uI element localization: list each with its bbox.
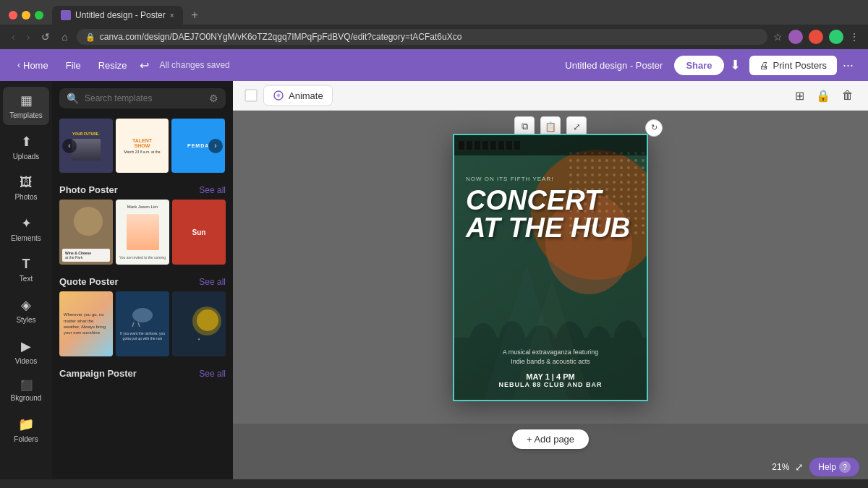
delete-button[interactable]: 🗑	[839, 86, 856, 105]
carousel-item-2[interactable]: TALENT SHOW March 23 8 a.m. at the	[116, 119, 169, 173]
templates-panel: 🔍 ⚙ YOUR FUTURE. TALENT	[52, 81, 233, 479]
sidebar-label-photos: Photos	[14, 193, 37, 201]
photos-icon: 🖼	[20, 175, 33, 190]
print-label: Print Posters	[773, 60, 827, 71]
filter-icon[interactable]: ⚙	[209, 93, 218, 104]
active-tab[interactable]: Untitled design - Poster ×	[52, 6, 183, 25]
sidebar-label-styles: Styles	[16, 316, 35, 324]
add-page-button[interactable]: + Add page	[512, 429, 589, 449]
animate-label: Animate	[289, 90, 323, 101]
sidebar-label-text: Text	[20, 275, 33, 283]
sidebar-label-templates: Templates	[9, 111, 43, 119]
videos-icon: ▶	[21, 338, 31, 354]
profile-avatar-3[interactable]	[829, 30, 843, 44]
share-button[interactable]: Share	[674, 56, 723, 75]
help-icon: ?	[839, 461, 851, 473]
browser-more-icon[interactable]: ⋮	[849, 31, 859, 43]
svg-line-2	[138, 322, 140, 327]
undo-button[interactable]: ↩	[135, 54, 153, 77]
app-container: ‹ Home File Resize ↩ All changes saved U…	[0, 49, 868, 479]
sidebar-label-videos: Videos	[15, 357, 37, 365]
animate-icon	[273, 90, 284, 101]
document-title: Untitled design - Poster	[565, 60, 663, 71]
home-button[interactable]: ‹ Home	[9, 56, 57, 75]
campaign-poster-section-header: Campaign Poster See all	[52, 362, 233, 383]
carousel-next-button[interactable]: ›	[208, 139, 223, 153]
lock-icon: 🔒	[85, 33, 95, 42]
bookmark-icon[interactable]: ☆	[773, 31, 783, 43]
tab-favicon	[61, 10, 71, 20]
profile-avatar-2[interactable]	[809, 30, 823, 44]
campaign-poster-title: Campaign Poster	[59, 368, 137, 379]
refresh-button[interactable]: ↺	[38, 30, 53, 44]
browser-chrome: Untitled design - Poster × + ‹ › ↺ ⌂ 🔒 c…	[0, 0, 868, 49]
panel-collapse-handle[interactable]: ‹	[231, 266, 233, 295]
help-label: Help	[818, 462, 836, 472]
back-button[interactable]: ‹	[9, 30, 18, 44]
sidebar-label-uploads: Uploads	[13, 153, 40, 160]
animate-button[interactable]: Animate	[263, 85, 333, 106]
photo-poster-card-3[interactable]: Sun	[172, 200, 226, 265]
sidebar-item-folders[interactable]: 📁 Folders	[3, 411, 49, 449]
sidebar-item-styles[interactable]: ◈ Styles	[3, 291, 49, 330]
svg-point-0	[132, 308, 153, 322]
poster-subtitle: NOW ON ITS FIFTH YEAR!	[466, 176, 635, 182]
campaign-poster-see-all[interactable]: See all	[199, 369, 226, 379]
sidebar-item-videos[interactable]: ▶ Videos	[3, 333, 49, 371]
forward-button[interactable]: ›	[24, 30, 33, 44]
home-button[interactable]: ⌂	[59, 30, 70, 44]
zoom-level: 21%	[772, 462, 789, 472]
fullscreen-button[interactable]: ⤢	[795, 461, 804, 473]
sidebar-item-templates[interactable]: ▦ Templates	[3, 87, 49, 125]
grid-view-button[interactable]: ⊞	[792, 86, 807, 106]
top-carousel: YOUR FUTURE. TALENT SHOW March 23 8 a.m.…	[52, 116, 233, 176]
sidebar-item-text[interactable]: T Text	[3, 251, 49, 288]
address-bar[interactable]: 🔒 canva.com/design/DAEJ7O0NYgM/vK6oTZ2qg…	[77, 29, 767, 45]
quote-poster-title: Quote Poster	[59, 276, 119, 287]
quote-poster-see-all[interactable]: See all	[199, 277, 226, 287]
sidebar-item-background[interactable]: ⬛ Bkground	[3, 374, 49, 408]
photo-poster-card-2[interactable]: Mark Jason Lim You are invited to the co…	[116, 200, 169, 265]
text-icon: T	[22, 257, 30, 272]
lock-button[interactable]: 🔒	[813, 86, 833, 106]
quote-poster-card-1[interactable]: Wherever you go, no matter what the weat…	[59, 291, 113, 356]
file-menu[interactable]: File	[57, 56, 90, 75]
sidebar-item-uploads[interactable]: ⬆ Uploads	[3, 128, 49, 166]
minimize-window-btn[interactable]	[22, 11, 30, 20]
browser-actions: ☆ ⋮	[773, 30, 859, 44]
print-icon: 🖨	[760, 60, 769, 71]
sidebar-item-photos[interactable]: 🖼 Photos	[3, 169, 49, 207]
search-bar: 🔍 ⚙	[59, 88, 226, 108]
photo-poster-grid: Wine & Cheese at the Park Mark Jason Lim…	[52, 200, 233, 270]
canvas-workspace[interactable]: ⧉ 📋 ⤢ ↻	[233, 111, 868, 424]
tab-bar: Untitled design - Poster × +	[0, 0, 868, 25]
elements-icon: ✦	[21, 215, 32, 231]
download-button[interactable]: ⬇	[724, 54, 746, 76]
resize-menu[interactable]: Resize	[90, 56, 136, 75]
animate-toolbar: Animate ⊞ 🔒 🗑	[233, 81, 868, 111]
help-button[interactable]: Help ?	[809, 458, 859, 476]
maximize-window-btn[interactable]	[35, 11, 43, 20]
sidebar-item-elements[interactable]: ✦ Elements	[3, 210, 49, 248]
new-tab-button[interactable]: +	[186, 6, 204, 25]
search-icon: 🔍	[67, 93, 79, 104]
carousel-prev-button[interactable]: ‹	[62, 139, 77, 153]
quote-poster-card-2[interactable]: If you want the rainbow, you gotta put u…	[116, 291, 169, 356]
photo-poster-card-1[interactable]: Wine & Cheese at the Park	[59, 200, 113, 265]
svg-line-1	[132, 322, 134, 327]
more-options-button[interactable]: ···	[837, 55, 859, 76]
canvas-area: Animate ⊞ 🔒 🗑 ⧉ 📋 ⤢ ↻	[233, 81, 868, 479]
select-checkbox[interactable]	[244, 89, 258, 102]
photo-poster-see-all[interactable]: See all	[199, 185, 226, 195]
sidebar-label-folders: Folders	[14, 435, 38, 443]
profile-avatar[interactable]	[788, 30, 803, 44]
concert-poster[interactable]: NOW ON ITS FIFTH YEAR! CONCERT AT THE HU…	[453, 134, 648, 401]
tab-close-icon[interactable]: ×	[170, 12, 174, 20]
search-input[interactable]	[85, 93, 203, 103]
photo-poster-section-header: Photo Poster See all	[52, 179, 233, 200]
tab-title: Untitled design - Poster	[75, 10, 166, 20]
quote-poster-card-3[interactable]: ✦	[172, 291, 226, 356]
print-button[interactable]: 🖨 Print Posters	[749, 56, 837, 75]
close-window-btn[interactable]	[9, 11, 17, 20]
home-label: Home	[23, 60, 48, 71]
